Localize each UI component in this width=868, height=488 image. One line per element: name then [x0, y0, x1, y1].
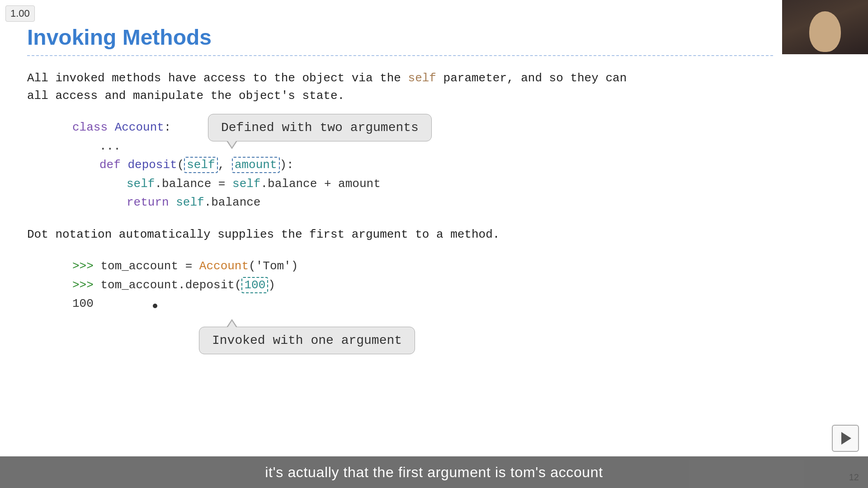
- body-part2: parameter, and so they can: [436, 71, 627, 85]
- code-line-ellipsis: ...: [72, 137, 773, 156]
- bubble2-text: Invoked with one argument: [212, 333, 402, 347]
- code-100-dashed: 100: [241, 277, 268, 293]
- code-line-balance: self.balance = self.balance + amount: [72, 175, 773, 194]
- code-def-name: deposit: [127, 158, 177, 172]
- self-keyword-highlight: self: [408, 71, 436, 85]
- code-self3: self: [232, 177, 260, 191]
- code-line-tom-2: >>> tom_account.deposit(100): [72, 276, 773, 295]
- body-paragraph: All invoked methods have access to the o…: [27, 70, 773, 105]
- code-def-paren-close: ):: [280, 158, 294, 172]
- subtitle-text: Dot notation automatically supplies the …: [27, 226, 773, 244]
- webcam-face: [782, 0, 868, 54]
- code-prompt-1: >>>: [72, 259, 100, 273]
- code-result: 100: [72, 297, 94, 310]
- code-account-arg: ('Tom'): [249, 259, 298, 273]
- body-line2: all access and manipulate the object's s…: [27, 89, 344, 103]
- code-self2: self: [127, 177, 155, 191]
- code-def-kw: def: [99, 158, 127, 172]
- code-block-2: >>> tom_account = Account('Tom') >>> tom…: [72, 257, 773, 314]
- code-account-class: Account: [199, 259, 249, 273]
- code-self: self: [187, 158, 215, 172]
- code-self4: self: [176, 196, 204, 209]
- code-comma: ,: [218, 158, 232, 172]
- code-class-kw: class: [72, 121, 115, 134]
- play-button[interactable]: [832, 425, 859, 452]
- code-deposit-close: ): [268, 278, 275, 292]
- code-ellipsis: ...: [99, 140, 121, 153]
- slide-title: Invoking Methods: [27, 25, 773, 56]
- code-line-result: 100: [72, 295, 773, 314]
- code-return-kw: return: [127, 196, 176, 209]
- code-tom-deposit: tom_account.deposit(: [100, 278, 241, 292]
- caption-bar: it's actually that the first argument is…: [0, 456, 868, 488]
- code-block-1: class Account: ... def deposit(self, amo…: [72, 118, 773, 212]
- slide-badge: 1.00: [5, 5, 35, 22]
- code-line-return: return self.balance: [72, 193, 773, 212]
- code-self-dashed: self: [184, 157, 217, 173]
- body-part1: All invoked methods have access to the o…: [27, 71, 408, 85]
- code-tom-var: tom_account =: [100, 259, 199, 273]
- code-100: 100: [244, 278, 265, 292]
- webcam-thumbnail: [782, 0, 868, 54]
- code-line-tom-1: >>> tom_account = Account('Tom'): [72, 257, 773, 276]
- code-def-paren-open: (: [177, 158, 184, 172]
- code-dot-balance2: .balance + amount: [260, 177, 380, 191]
- code-colon: :: [164, 121, 171, 134]
- webcam-face-shape: [809, 11, 841, 52]
- caption-text: it's actually that the first argument is…: [265, 464, 603, 481]
- code-dot-balance3: .balance: [204, 196, 261, 209]
- code-line-class: class Account:: [72, 118, 773, 137]
- code-prompt-2: >>>: [72, 278, 100, 292]
- code-dot-balance: .balance =: [155, 177, 232, 191]
- code-class-name: Account: [115, 121, 164, 134]
- play-icon: [841, 432, 851, 445]
- slide-content: Invoking Methods All invoked methods hav…: [27, 25, 773, 461]
- invoked-one-arg-bubble: Invoked with one argument: [199, 327, 415, 354]
- code-amount-dashed: amount: [232, 157, 280, 173]
- code-line-def: def deposit(self, amount):: [72, 156, 773, 175]
- code-amount: amount: [235, 158, 277, 172]
